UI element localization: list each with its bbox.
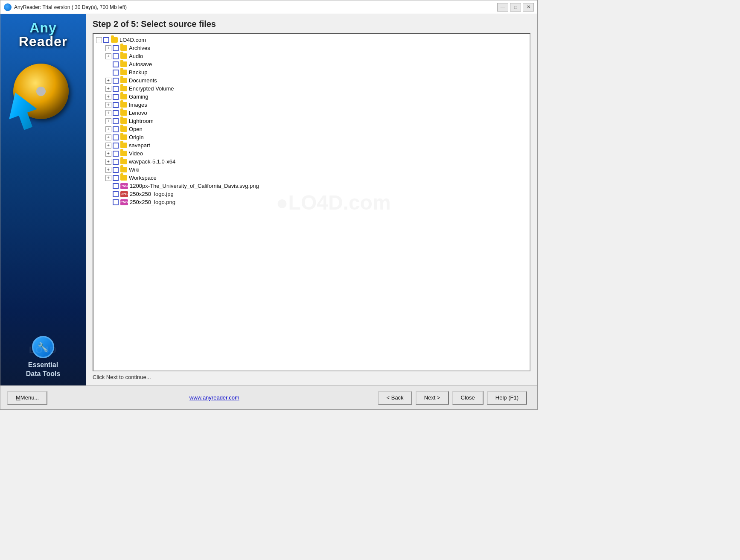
item-checkbox[interactable] bbox=[113, 53, 119, 59]
step-title: Step 2 of 5: Select source files bbox=[93, 19, 530, 29]
folder-icon bbox=[120, 78, 127, 83]
item-checkbox[interactable] bbox=[113, 70, 119, 76]
item-checkbox[interactable] bbox=[113, 159, 119, 165]
window-title: AnyReader: Trial version ( 30 Day(s), 70… bbox=[14, 4, 497, 10]
list-item[interactable]: + Documents bbox=[93, 76, 530, 85]
expand-btn[interactable]: + bbox=[105, 167, 111, 173]
tree-root-item[interactable]: − LO4D.com bbox=[93, 36, 530, 44]
expand-btn[interactable]: + bbox=[105, 45, 111, 51]
cd-hole bbox=[36, 87, 46, 96]
content-area: Step 2 of 5: Select source files ●LO4D.c… bbox=[86, 14, 537, 385]
app-icon bbox=[4, 3, 12, 11]
list-item[interactable]: Autosave bbox=[93, 60, 530, 68]
expand-btn[interactable]: + bbox=[105, 110, 111, 116]
list-item[interactable]: + savepart bbox=[93, 141, 530, 149]
list-item[interactable]: + Video bbox=[93, 149, 530, 158]
folder-icon bbox=[120, 70, 127, 75]
item-label: 250x250_logo.png bbox=[130, 199, 175, 205]
item-checkbox[interactable] bbox=[113, 167, 119, 173]
list-item[interactable]: JPG 250x250_logo.jpg bbox=[93, 190, 530, 198]
back-button[interactable]: < Back bbox=[378, 391, 412, 405]
expand-btn[interactable]: + bbox=[105, 134, 111, 140]
item-label: savepart bbox=[129, 142, 150, 149]
expand-btn[interactable]: + bbox=[105, 86, 111, 92]
next-button[interactable]: Next > bbox=[416, 391, 449, 405]
item-label: wavpack-5.1.0-x64 bbox=[129, 158, 175, 165]
expand-btn[interactable]: + bbox=[105, 126, 111, 132]
expand-placeholder bbox=[105, 61, 111, 67]
expand-btn[interactable]: + bbox=[105, 159, 111, 165]
list-item[interactable]: + Lenovo bbox=[93, 109, 530, 117]
sidebar-edt-label: EssentialData Tools bbox=[26, 361, 61, 379]
item-label: Backup bbox=[129, 69, 147, 76]
list-item[interactable]: PNG 250x250_logo.png bbox=[93, 198, 530, 206]
file-tree-container[interactable]: ●LO4D.com − LO4D.com + Archives bbox=[93, 33, 530, 371]
folder-icon bbox=[120, 53, 127, 59]
list-item[interactable]: + Workspace bbox=[93, 174, 530, 182]
folder-icon bbox=[120, 126, 127, 132]
list-item[interactable]: + Images bbox=[93, 101, 530, 109]
list-item[interactable]: + Archives bbox=[93, 44, 530, 52]
item-checkbox[interactable] bbox=[113, 78, 119, 84]
item-checkbox[interactable] bbox=[113, 61, 119, 67]
item-checkbox[interactable] bbox=[113, 86, 119, 92]
item-checkbox[interactable] bbox=[113, 134, 119, 140]
item-label: Encrypted Volume bbox=[129, 85, 174, 92]
expand-btn[interactable]: + bbox=[105, 94, 111, 100]
list-item[interactable]: + Origin bbox=[93, 133, 530, 141]
website-link[interactable]: www.anyreader.com bbox=[51, 394, 378, 401]
item-label: 250x250_logo.jpg bbox=[130, 191, 174, 197]
expand-btn[interactable]: + bbox=[105, 53, 111, 59]
list-item[interactable]: PNG 1200px-The_University_of_California_… bbox=[93, 182, 530, 190]
item-checkbox[interactable] bbox=[113, 94, 119, 100]
expand-btn[interactable]: + bbox=[105, 151, 111, 157]
list-item[interactable]: + Lightroom bbox=[93, 117, 530, 125]
expand-placeholder bbox=[105, 70, 111, 76]
jpg-icon: JPG bbox=[120, 191, 128, 197]
expand-btn[interactable]: + bbox=[105, 118, 111, 124]
expand-btn[interactable]: + bbox=[105, 78, 111, 84]
list-item[interactable]: Backup bbox=[93, 68, 530, 76]
list-item[interactable]: + Gaming bbox=[93, 93, 530, 101]
list-item[interactable]: + Encrypted Volume bbox=[93, 85, 530, 93]
list-item[interactable]: + Wiki bbox=[93, 166, 530, 174]
item-label: Workspace bbox=[129, 175, 157, 181]
list-item[interactable]: + wavpack-5.1.0-x64 bbox=[93, 158, 530, 166]
menu-button[interactable]: MMenu... bbox=[7, 391, 47, 405]
item-checkbox[interactable] bbox=[113, 118, 119, 124]
item-checkbox[interactable] bbox=[113, 102, 119, 108]
folder-icon bbox=[120, 151, 127, 156]
expand-btn[interactable]: + bbox=[105, 175, 111, 181]
item-checkbox[interactable] bbox=[113, 183, 119, 189]
root-checkbox[interactable] bbox=[103, 37, 109, 43]
item-checkbox[interactable] bbox=[113, 110, 119, 116]
item-label: Lenovo bbox=[129, 110, 147, 116]
file-tree: − LO4D.com + Archives + Audio bbox=[93, 34, 530, 208]
png-icon: PNG bbox=[120, 199, 128, 205]
root-folder-icon bbox=[111, 37, 118, 43]
item-label: Audio bbox=[129, 53, 143, 59]
item-checkbox[interactable] bbox=[113, 143, 119, 149]
item-checkbox[interactable] bbox=[113, 191, 119, 197]
close-window-button[interactable]: ✕ bbox=[523, 3, 534, 12]
help-button[interactable]: Help (F1) bbox=[487, 391, 527, 405]
close-button[interactable]: Close bbox=[452, 391, 484, 405]
list-item[interactable]: + Open bbox=[93, 125, 530, 133]
expand-btn[interactable]: + bbox=[105, 143, 111, 149]
item-label: Images bbox=[129, 102, 147, 108]
root-expand-btn[interactable]: − bbox=[96, 37, 102, 43]
folder-icon bbox=[120, 134, 127, 140]
item-checkbox[interactable] bbox=[113, 199, 119, 205]
item-checkbox[interactable] bbox=[113, 126, 119, 132]
sidebar-watermark: LO4D bbox=[29, 344, 58, 356]
item-checkbox[interactable] bbox=[113, 175, 119, 181]
list-item[interactable]: + Audio bbox=[93, 52, 530, 60]
folder-icon bbox=[120, 175, 127, 181]
root-label: LO4D.com bbox=[119, 37, 146, 43]
item-checkbox[interactable] bbox=[113, 151, 119, 157]
item-label: Autosave bbox=[129, 61, 152, 67]
expand-btn[interactable]: + bbox=[105, 102, 111, 108]
item-checkbox[interactable] bbox=[113, 45, 119, 51]
minimize-button[interactable]: — bbox=[497, 3, 508, 12]
maximize-button[interactable]: □ bbox=[510, 3, 521, 12]
